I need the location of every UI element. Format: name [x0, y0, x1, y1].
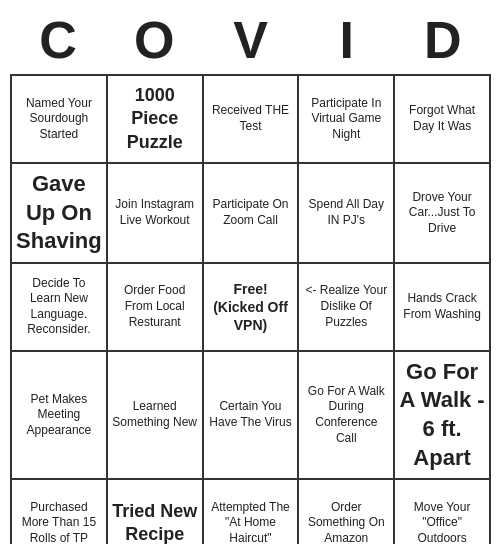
- bingo-cell[interactable]: Forgot What Day It Was: [395, 76, 491, 164]
- bingo-cell[interactable]: Decide To Learn New Language. Reconsider…: [12, 264, 108, 352]
- bingo-cell[interactable]: Participate On Zoom Call: [204, 164, 300, 264]
- title-letter: D: [399, 10, 487, 70]
- bingo-grid: Named Your Sourdough Started1000 Piece P…: [10, 74, 491, 544]
- bingo-cell[interactable]: Order Something On Amazon: [299, 480, 395, 544]
- bingo-cell[interactable]: Named Your Sourdough Started: [12, 76, 108, 164]
- bingo-cell[interactable]: Tried New Recipe: [108, 480, 204, 544]
- bingo-cell[interactable]: Go For A Walk During Conference Call: [299, 352, 395, 480]
- bingo-cell[interactable]: Hands Crack From Washing: [395, 264, 491, 352]
- title-letter: V: [206, 10, 294, 70]
- bingo-cell[interactable]: Attempted The "At Home Haircut": [204, 480, 300, 544]
- bingo-cell[interactable]: Learned Something New: [108, 352, 204, 480]
- bingo-cell[interactable]: Join Instagram Live Workout: [108, 164, 204, 264]
- bingo-cell[interactable]: Purchased More Than 15 Rolls of TP: [12, 480, 108, 544]
- bingo-cell[interactable]: Gave Up On Shaving: [12, 164, 108, 264]
- bingo-cell[interactable]: Move Your "Office" Outdoors: [395, 480, 491, 544]
- bingo-cell[interactable]: Spend All Day IN PJ's: [299, 164, 395, 264]
- bingo-cell[interactable]: Free! (Kicked Off VPN): [204, 264, 300, 352]
- bingo-cell[interactable]: 1000 Piece Puzzle: [108, 76, 204, 164]
- bingo-card: COVID Named Your Sourdough Started1000 P…: [0, 0, 501, 544]
- bingo-cell[interactable]: Certain You Have The Virus: [204, 352, 300, 480]
- title-letter: O: [110, 10, 198, 70]
- bingo-cell[interactable]: <- Realize Your Dislike Of Puzzles: [299, 264, 395, 352]
- bingo-cell[interactable]: Go For A Walk - 6 ft. Apart: [395, 352, 491, 480]
- title-letter: C: [14, 10, 102, 70]
- bingo-cell[interactable]: Pet Makes Meeting Appearance: [12, 352, 108, 480]
- bingo-cell[interactable]: Received THE Test: [204, 76, 300, 164]
- bingo-title: COVID: [10, 10, 491, 70]
- bingo-cell[interactable]: Order Food From Local Resturant: [108, 264, 204, 352]
- bingo-cell[interactable]: Participate In Virtual Game Night: [299, 76, 395, 164]
- bingo-cell[interactable]: Drove Your Car...Just To Drive: [395, 164, 491, 264]
- title-letter: I: [303, 10, 391, 70]
